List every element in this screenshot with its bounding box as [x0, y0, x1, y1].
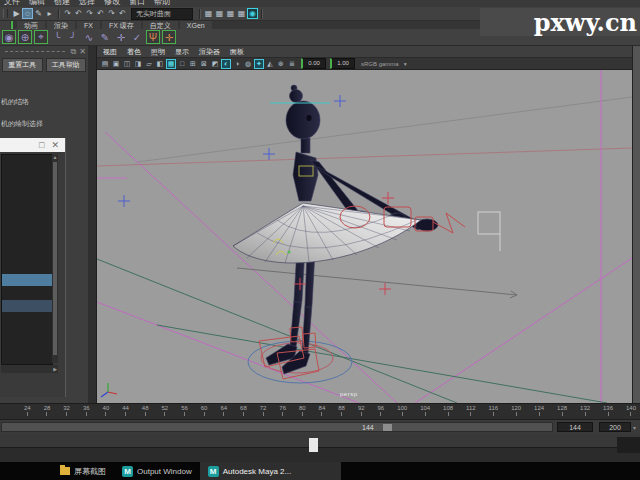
vp-shaded-icon[interactable]: ✦	[254, 59, 264, 69]
shelf-tab-clipped[interactable]: …	[0, 21, 10, 29]
shelf-edit-joint-icon[interactable]: ✎	[98, 30, 112, 44]
right-panel-strip[interactable]	[632, 46, 640, 403]
snap-surface-icon[interactable]: ↷	[106, 8, 117, 19]
color-space-dropdown[interactable]: sRGB gamma ▼	[361, 61, 408, 67]
panel-gutter[interactable]	[88, 46, 97, 403]
hypershade-icon[interactable]: ▦	[225, 8, 236, 19]
tool-help-button[interactable]: 工具帮助	[46, 58, 87, 72]
list-item-highlighted[interactable]	[2, 300, 52, 312]
snap-plane-icon[interactable]: ↶	[95, 8, 106, 19]
vp-textured-icon[interactable]: ◭	[265, 59, 275, 69]
viewport-menu-item[interactable]: 着色	[127, 47, 141, 57]
scroll-right-icon[interactable]: ▶	[53, 366, 57, 372]
panel-drag-handle[interactable]	[5, 51, 65, 52]
panel-close-icon[interactable]: ✕	[79, 47, 86, 56]
vp-safe-action-icon[interactable]: ◐	[221, 59, 231, 69]
vp-gate-mask-icon[interactable]: ⊠	[199, 59, 209, 69]
shelf-ik-handle-icon[interactable]: ╯	[66, 30, 80, 44]
vp-camera-attrs-icon[interactable]: ◫	[122, 59, 132, 69]
vp-select-camera-icon[interactable]: ▤	[100, 59, 110, 69]
horizontal-scrollbar[interactable]: ▶	[1, 365, 58, 373]
shelf-tab[interactable]: XGen	[180, 21, 212, 29]
vp-resolution-gate-icon[interactable]: ⊞	[188, 59, 198, 69]
shelf-bone-tool-icon[interactable]: Ψ	[146, 30, 160, 44]
taskbar-item[interactable]: M 屏幕截图	[52, 462, 114, 480]
vp-grid-icon[interactable]: ▦	[166, 59, 176, 69]
scrollbar-thumb[interactable]	[53, 162, 57, 355]
shelf-tab[interactable]: 渲染	[47, 21, 75, 29]
exposure-field[interactable]: 0.00	[301, 58, 326, 69]
construction-history-icon[interactable]: ▦	[203, 8, 214, 19]
select-tool-icon[interactable]: ▶	[11, 8, 22, 19]
viewport-canvas[interactable]: persp	[97, 70, 632, 403]
menu-item[interactable]: 文件	[4, 0, 20, 7]
vp-field-chart-icon[interactable]: ◩	[210, 59, 220, 69]
shelf-mirror-joint-icon[interactable]: ✓	[130, 30, 144, 44]
shelf-create-joint-icon[interactable]: ╰	[50, 30, 64, 44]
vp-lighting-icon[interactable]: ⊛	[276, 59, 286, 69]
vp-image-plane-icon[interactable]: ▱	[144, 59, 154, 69]
floating-window-titlebar[interactable]: □ ✕	[0, 138, 65, 152]
snap-point-icon[interactable]: ↷	[84, 8, 95, 19]
shelf-tab[interactable]: 动画	[17, 21, 45, 29]
range-slider-track[interactable]: 144	[1, 422, 553, 432]
shelf-ik-spline-icon[interactable]: ∿	[82, 30, 96, 44]
menu-item[interactable]: 窗口	[129, 0, 145, 7]
shelf-skeleton-icon[interactable]: ◉	[2, 30, 16, 44]
minimize-icon[interactable]: □	[39, 140, 44, 150]
live-surface-field[interactable]: 无实时曲面	[131, 8, 193, 20]
vp-2d-pan-icon[interactable]: ◧	[155, 59, 165, 69]
playblast-icon[interactable]: ◉	[247, 8, 258, 19]
taskbar-item[interactable]: M Autodesk Maya 2...	[200, 462, 341, 480]
shelf-lattice-sphere-icon[interactable]: ⊕	[18, 30, 32, 44]
chevron-down-icon[interactable]: ▾	[633, 424, 636, 431]
reference-rectangle[interactable]	[478, 212, 500, 251]
time-slider[interactable]: 24 28 32 36 40 44 48 52 56 60	[0, 403, 640, 419]
playback-start-field[interactable]: 144	[557, 422, 593, 432]
menu-item[interactable]: 选择	[79, 0, 95, 7]
shelf-tab[interactable]: 自定义	[143, 21, 178, 29]
menu-item[interactable]: 编辑	[29, 0, 45, 7]
shelf-tab[interactable]: FX 缓存	[102, 21, 141, 29]
menu-item[interactable]: 帮助	[154, 0, 170, 7]
render-settings-icon[interactable]: ▦	[214, 8, 225, 19]
paint-select-icon[interactable]: ✎	[33, 8, 44, 19]
vertical-scrollbar[interactable]: ▲	[52, 154, 58, 363]
snap-curve-icon[interactable]: ↶	[73, 8, 84, 19]
taskbar-item[interactable]: M Output Window	[114, 462, 200, 480]
shelf-tab[interactable]: FX	[77, 21, 100, 29]
shelf-target-weld-icon[interactable]: ⌖	[34, 30, 48, 44]
scene-3d[interactable]	[97, 70, 632, 403]
close-icon[interactable]: ✕	[51, 140, 59, 150]
make-live-icon[interactable]: ↶	[117, 8, 128, 19]
gamma-field[interactable]: 1.00	[330, 58, 355, 69]
panel-float-icon[interactable]: ⧉	[71, 47, 77, 56]
viewport-menu-item[interactable]: 显示	[175, 47, 189, 57]
viewport-menu-item[interactable]: 渲染器	[199, 47, 220, 57]
viewport-menu-item[interactable]: 面板	[230, 47, 244, 57]
vp-film-gate-icon[interactable]: □	[177, 59, 187, 69]
shelf-bone-edit-icon[interactable]: ✛	[162, 30, 176, 44]
vp-safe-title-icon[interactable]: ◑	[232, 59, 242, 69]
render-view-icon[interactable]: ▦	[236, 8, 247, 19]
viewport-menu-item[interactable]: 视图	[103, 47, 117, 57]
viewport-menu-item[interactable]: 照明	[151, 47, 165, 57]
menu-item[interactable]: 创建	[54, 0, 70, 7]
vp-bookmark-icon[interactable]: ◨	[133, 59, 143, 69]
vp-xray-icon[interactable]: ≣	[287, 59, 297, 69]
range-slider-handle[interactable]	[383, 424, 392, 431]
vp-lock-camera-icon[interactable]: ▣	[111, 59, 121, 69]
list-item-selected[interactable]	[2, 274, 52, 286]
snap-grid-icon[interactable]: ↷	[62, 8, 73, 19]
lasso-select-icon[interactable]: ◌	[22, 8, 33, 19]
statusline-grip[interactable]	[3, 9, 8, 18]
ballerina-character[interactable]	[233, 85, 438, 374]
menu-item[interactable]: 修改	[104, 0, 120, 7]
scroll-up-icon[interactable]: ▲	[52, 154, 58, 161]
shelf-insert-joint-icon[interactable]: ✛	[114, 30, 128, 44]
reset-tool-button[interactable]: 重置工具	[2, 58, 43, 72]
expand-group-icon[interactable]: ▸	[44, 8, 55, 19]
playback-end-field[interactable]: 200	[599, 422, 631, 432]
vp-wireframe-icon[interactable]: ◍	[243, 59, 253, 69]
outliner-list[interactable]	[1, 154, 53, 365]
